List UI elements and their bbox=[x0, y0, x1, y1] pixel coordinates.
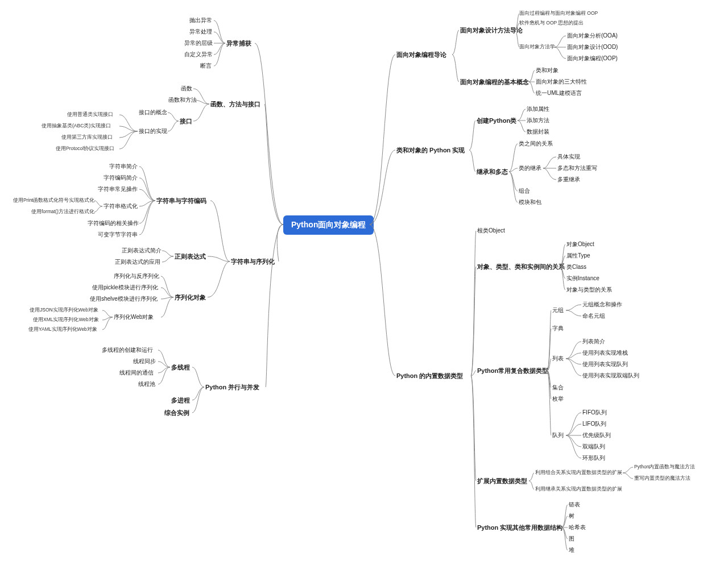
leaf: 异常处理 bbox=[189, 28, 212, 35]
leaf: 正则表达式的应用 bbox=[115, 259, 160, 265]
leaf: 使用shelve模块进行序列化 bbox=[90, 296, 158, 302]
node-serialize[interactable]: 序列化对象 bbox=[175, 294, 206, 301]
leaf: 使用抽象基类(ABC类)实现接口 bbox=[42, 123, 111, 128]
leaf: 使用XML实现序列化Web对象 bbox=[33, 317, 99, 322]
leaf: 类和对象 bbox=[536, 67, 559, 74]
node-str-enc[interactable]: 字符串与字符编码 bbox=[156, 197, 206, 205]
leaf: 字符串格式化 bbox=[104, 203, 138, 210]
node-str[interactable]: 字符串与序列化 bbox=[231, 258, 275, 265]
leaf: 利用组合关系实现内置数据类型的扩展 bbox=[535, 469, 622, 475]
node-create-class[interactable]: 创建Python类 bbox=[477, 117, 516, 124]
leaf: 类的继承 bbox=[519, 165, 541, 172]
leaf: 统一UML建模语言 bbox=[536, 90, 582, 97]
node-interface[interactable]: 接口 bbox=[180, 118, 192, 125]
leaf: 使用列表实现双端队列 bbox=[582, 372, 639, 379]
leaf: 使用列表实现堆栈 bbox=[582, 350, 628, 356]
leaf: 多态和方法重写 bbox=[557, 165, 597, 172]
leaf: 哈希表 bbox=[569, 524, 586, 531]
leaf: LIFO队列 bbox=[582, 421, 606, 427]
leaf: 根类Object bbox=[477, 227, 505, 234]
leaf: 堆 bbox=[569, 547, 574, 554]
leaf: 函数 bbox=[181, 85, 192, 92]
leaf: 字符编码简介 bbox=[104, 174, 138, 181]
leaf: 使用Print函数格式化符号实现格式化 bbox=[13, 197, 94, 203]
leaf: 实例Instance bbox=[566, 275, 599, 282]
node-obj-type[interactable]: 对象、类型、类和实例间的关系 bbox=[477, 263, 565, 271]
leaf: 正则表达式简介 bbox=[122, 247, 162, 254]
leaf: 可变字节字符串 bbox=[98, 231, 138, 238]
leaf: 数据封装 bbox=[527, 128, 549, 135]
leaf: 面向对象的三大特性 bbox=[536, 78, 587, 85]
leaf: 使用YAML实现序列化Web对象 bbox=[28, 326, 97, 332]
leaf: 列表简介 bbox=[582, 338, 605, 345]
leaf: 字符编码的相关操作 bbox=[88, 220, 139, 227]
root-node[interactable]: Python面向对象编程 bbox=[283, 215, 374, 235]
leaf: 使用pickle模块进行序列化 bbox=[92, 284, 158, 291]
leaf: 双端队列 bbox=[582, 443, 605, 450]
node-regex[interactable]: 正则表达式 bbox=[175, 253, 206, 260]
leaf: 面向对象设计(OOD) bbox=[567, 44, 618, 51]
leaf: 环形队列 bbox=[582, 455, 605, 462]
leaf: 字符串简介 bbox=[109, 163, 138, 170]
node-oop-intro[interactable]: 面向对象编程导论 bbox=[396, 51, 446, 59]
node-exception[interactable]: 异常捕获 bbox=[226, 40, 251, 47]
leaf: 使用列表实现队列 bbox=[582, 361, 628, 368]
leaf: 元组概念和操作 bbox=[582, 301, 622, 308]
leaf: 使用第三方库实现接口 bbox=[61, 134, 113, 140]
leaf: 自定义异常 bbox=[184, 51, 213, 58]
node-thread[interactable]: 多线程 bbox=[171, 364, 190, 371]
leaf: 软件危机与 OOP 思想的提出 bbox=[519, 20, 584, 26]
edges-svg bbox=[0, 0, 728, 561]
leaf: FIFO队列 bbox=[582, 409, 607, 416]
leaf: 面向对象方法学 bbox=[519, 44, 555, 49]
leaf: 异常的层级 bbox=[184, 40, 213, 47]
node-composite[interactable]: Python常用复合数据类型 bbox=[477, 367, 548, 375]
leaf: 字典 bbox=[552, 325, 564, 332]
leaf: 属性Type bbox=[566, 252, 590, 259]
node-func[interactable]: 函数、方法与接口 bbox=[210, 101, 260, 108]
leaf: 模块和包 bbox=[519, 199, 541, 206]
leaf: 对象Object bbox=[566, 241, 594, 248]
leaf: 综合实例 bbox=[164, 409, 189, 417]
leaf: 使用Protocol协议实现接口 bbox=[56, 146, 114, 151]
leaf: 命名元组 bbox=[582, 313, 605, 319]
node-class-impl[interactable]: 类和对象的 Python 实现 bbox=[396, 147, 465, 154]
node-oop-basic[interactable]: 面向对象编程的基本概念 bbox=[460, 78, 529, 86]
leaf: 树 bbox=[569, 513, 574, 520]
leaf: 队列 bbox=[552, 432, 564, 439]
leaf: 对象与类型的关系 bbox=[566, 286, 612, 293]
node-concurrent[interactable]: Python 并行与并发 bbox=[205, 384, 259, 391]
leaf: 枚举 bbox=[552, 396, 564, 402]
leaf: 线程同步 bbox=[133, 358, 156, 365]
leaf: 类Class bbox=[566, 264, 586, 271]
leaf: 集合 bbox=[552, 384, 564, 391]
leaf: 字符串常见操作 bbox=[98, 186, 138, 193]
leaf: 线程间的通信 bbox=[119, 369, 154, 376]
leaf: 线程池 bbox=[138, 381, 155, 388]
leaf: 类之间的关系 bbox=[519, 140, 553, 147]
leaf: 多进程 bbox=[171, 397, 190, 404]
leaf: 断言 bbox=[200, 63, 212, 69]
leaf: 抛出异常 bbox=[189, 17, 212, 24]
leaf: 使用普通类实现接口 bbox=[67, 111, 113, 117]
leaf: 多线程的创建和运行 bbox=[102, 347, 153, 354]
leaf: 使用format()方法进行格式化 bbox=[31, 209, 94, 214]
leaf: 接口的概念 bbox=[139, 109, 167, 116]
node-inherit[interactable]: 继承和多态 bbox=[477, 168, 508, 176]
leaf: 重写内置类型的魔法方法 bbox=[634, 475, 690, 481]
leaf: 序列化与反序列化 bbox=[114, 273, 159, 280]
leaf: 元组 bbox=[552, 307, 564, 314]
node-builtin[interactable]: Python 的内置数据类型 bbox=[396, 372, 463, 380]
leaf: 面向对象编程(OOP) bbox=[567, 55, 618, 62]
node-other-ds[interactable]: Python 实现其他常用数据结构 bbox=[477, 524, 562, 531]
node-ext-builtin[interactable]: 扩展内置数据类型 bbox=[477, 477, 527, 485]
leaf: 接口的实现 bbox=[139, 128, 167, 135]
leaf: 利用继承关系实现内置数据类型的扩展 bbox=[535, 486, 622, 492]
leaf: 图 bbox=[569, 535, 574, 542]
node-oop-design[interactable]: 面向对象设计方法导论 bbox=[460, 27, 523, 34]
leaf: 使用JSON实现序列化Web对象 bbox=[30, 307, 98, 313]
leaf: 多重继承 bbox=[557, 176, 580, 183]
leaf: 具体实现 bbox=[557, 153, 580, 160]
leaf: 面向对象分析(OOA) bbox=[567, 32, 618, 39]
leaf: 优先级队列 bbox=[582, 432, 611, 439]
